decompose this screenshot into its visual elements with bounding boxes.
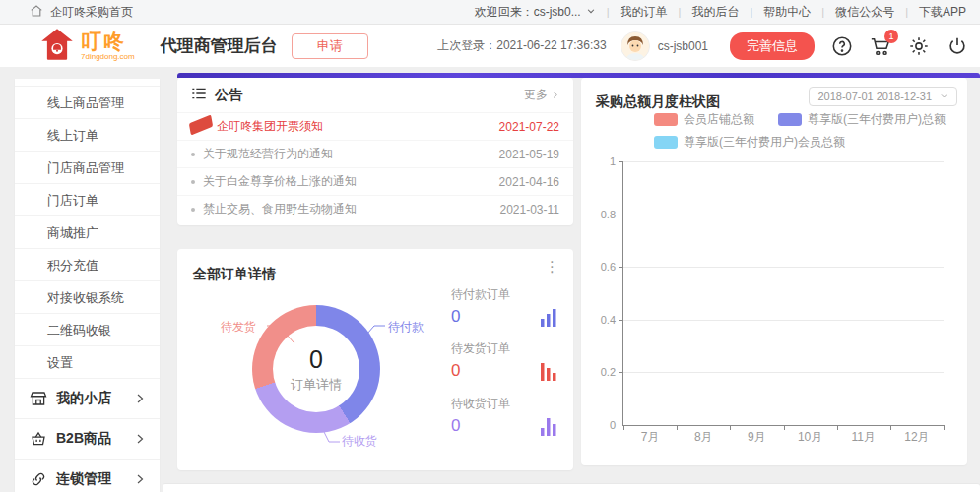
divider: | <box>905 6 908 18</box>
y-axis-label: 0.8 <box>586 209 616 220</box>
topbar-link-my-backend[interactable]: 我的后台 <box>691 4 739 21</box>
topbar-link-wechat[interactable]: 微信公众号 <box>835 4 894 21</box>
chart-legend-row-1: 会员店铺总额 尊享版(三年付费用户)总额 <box>654 111 946 128</box>
announcement-text: 禁止交易、食用野生动物通知 <box>203 201 357 217</box>
sidebar-section-label: 连锁管理 <box>56 470 111 488</box>
announcement-text: 关于白金尊享价格上涨的通知 <box>203 173 357 190</box>
top-utility-bar: 企叮咚采购首页 欢迎回来：cs-jsb0... | 我的订单 | 我的后台 | … <box>0 0 980 25</box>
orders-donut-chart: 0 订单详情 <box>252 305 380 433</box>
header-right: 上次登录：2021-06-22 17:36:33 cs-jsb001 完善信息 <box>437 31 968 61</box>
y-axis-tick <box>619 215 623 215</box>
avatar[interactable] <box>621 31 650 61</box>
legend-swatch-premium-total <box>778 113 802 126</box>
new-ribbon-icon <box>189 114 213 135</box>
sidebar-section-chain-management[interactable]: 连锁管理 <box>15 460 160 492</box>
x-axis-label: 11月 <box>837 429 890 446</box>
help-icon[interactable] <box>831 35 853 57</box>
x-axis-label: 8月 <box>677 429 730 446</box>
x-axis-label: 7月 <box>623 429 677 446</box>
sidebar-item-online-orders[interactable]: 线上订单 <box>15 119 160 152</box>
announcement-item[interactable]: 禁止交易、食用野生动物通知 2021-03-11 <box>177 195 573 222</box>
stat-label: 待收货订单 <box>451 396 510 412</box>
home-link[interactable]: 企叮咚采购首页 <box>30 4 133 21</box>
sidebar-section-my-shop[interactable]: 我的小店 <box>15 379 160 419</box>
power-icon[interactable] <box>947 35 968 57</box>
home-icon <box>30 4 43 21</box>
home-link-label: 企叮咚采购首页 <box>50 4 133 21</box>
announcements-title: 公告 <box>215 87 242 104</box>
sidebar-item-store-orders[interactable]: 门店订单 <box>15 184 160 216</box>
donut-center-label: 订单详情 <box>291 376 342 394</box>
stat-pending-receipt: 待收货订单 0 <box>451 396 559 436</box>
legend-label: 尊享版(三年付费用户)总额 <box>808 111 946 128</box>
announcement-date: 2021-03-11 <box>500 203 560 216</box>
complete-info-button[interactable]: 完善信息 <box>730 32 815 60</box>
brand-domain: 7dingdong.com <box>81 53 135 61</box>
sidebar-item-qrcode-pay[interactable]: 二维码收银 <box>15 314 160 346</box>
y-axis-label: 0.4 <box>586 314 616 326</box>
chevron-down-icon <box>940 91 948 102</box>
date-range-select[interactable]: 2018-07-01 2018-12-31 <box>809 87 957 106</box>
stat-pending-shipment: 待发货订单 0 <box>451 340 559 381</box>
announcements-more-link[interactable]: 更多 <box>524 87 559 103</box>
stat-label: 待付款订单 <box>451 286 510 303</box>
mini-bar-chart-icon <box>540 307 559 327</box>
brand-name: 叮咚 <box>81 31 135 51</box>
topbar-link-my-orders[interactable]: 我的订单 <box>621 4 668 21</box>
announcement-date: 2021-07-22 <box>499 120 559 134</box>
gridline <box>623 320 944 321</box>
announcement-date: 2021-05-19 <box>499 148 559 161</box>
house-bell-logo-icon <box>39 28 75 65</box>
topbar-link-help-center[interactable]: 帮助中心 <box>763 4 811 21</box>
announcement-item[interactable]: 企叮咚集团开票须知 2021-07-22 <box>177 112 573 140</box>
page-title: 代理商管理后台 <box>161 34 278 57</box>
brand-logo-text: 叮咚 7dingdong.com <box>81 31 135 61</box>
y-axis-tick <box>619 372 623 373</box>
x-axis-tick <box>944 425 945 430</box>
sidebar-item-mall-promotion[interactable]: 商城推广 <box>15 216 160 249</box>
announcement-item[interactable]: 关于规范经营行为的通知 2021-05-19 <box>177 140 573 167</box>
sidebar-item-settings[interactable]: 设置 <box>15 346 160 379</box>
stat-label: 待发货订单 <box>451 340 510 357</box>
orders-detail-card: 全部订单详情 ⋮ 0 订单详情 待付款 待发货 待收货 待付款订单 0 <box>177 249 573 470</box>
sidebar-item-clipped[interactable] <box>15 79 160 87</box>
gridline <box>623 267 944 268</box>
content-area: 线上商品管理 线上订单 门店商品管理 门店订单 商城推广 积分充值 对接收银系统… <box>0 67 980 492</box>
sidebar-section-b2b-products[interactable]: B2B商品 <box>15 419 160 460</box>
header: 叮咚 7dingdong.com 代理商管理后台 申请 上次登录：2021-06… <box>0 25 980 67</box>
orders-card-title: 全部订单详情 <box>193 266 276 283</box>
link-icon <box>30 470 47 488</box>
legend-label: 尊享版(三年付费用户)会员总额 <box>684 134 845 151</box>
sidebar-item-online-products[interactable]: 线上商品管理 <box>15 87 160 119</box>
announcement-item[interactable]: 关于白金尊享价格上涨的通知 2021-04-16 <box>177 167 573 195</box>
donut-center: 0 订单详情 <box>273 326 359 412</box>
sidebar-item-store-products[interactable]: 门店商品管理 <box>15 152 160 184</box>
chevron-right-icon <box>134 433 146 445</box>
announcement-text: 关于规范经营行为的通知 <box>203 146 333 162</box>
kebab-menu-icon[interactable]: ⋮ <box>545 259 559 274</box>
y-axis-label: 0.2 <box>586 366 616 378</box>
x-axis-label: 12月 <box>890 429 944 446</box>
chevron-right-icon <box>134 473 146 485</box>
apply-button[interactable]: 申请 <box>292 33 368 59</box>
stat-value: 0 <box>451 307 510 327</box>
chart-legend-row-2: 尊享版(三年付费用户)会员总额 <box>654 134 845 151</box>
stat-pending-payment: 待付款订单 0 <box>451 286 559 327</box>
welcome-dropdown[interactable]: 欢迎回来：cs-jsb0... <box>475 4 596 21</box>
gear-icon[interactable] <box>908 35 930 57</box>
brand-logo[interactable]: 叮咚 7dingdong.com <box>39 28 135 65</box>
sidebar-item-points-recharge[interactable]: 积分充值 <box>15 249 160 281</box>
sidebar-item-pos-integration[interactable]: 对接收银系统 <box>15 281 160 314</box>
chevron-right-icon <box>134 393 146 404</box>
donut-label-pending-shipment: 待发货 <box>221 319 256 336</box>
announcement-text: 企叮咚集团开票须知 <box>217 118 323 135</box>
sidebar-section-label: B2B商品 <box>56 430 111 448</box>
donut-label-pending-payment: 待付款 <box>388 319 424 336</box>
bullet-dot <box>191 180 195 184</box>
announcement-date: 2021-04-16 <box>499 175 559 189</box>
x-axis-label: 10月 <box>784 429 837 446</box>
topbar-link-download-app[interactable]: 下载APP <box>919 4 966 21</box>
bullet-dot <box>191 153 195 156</box>
cart-icon[interactable]: 1 <box>870 35 891 57</box>
stat-value: 0 <box>451 416 510 436</box>
